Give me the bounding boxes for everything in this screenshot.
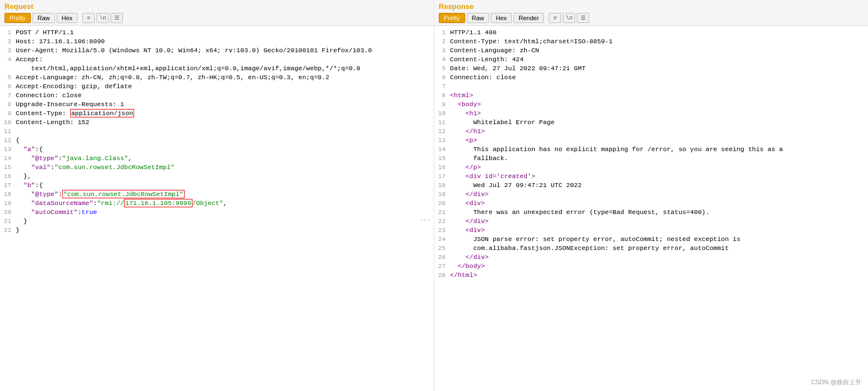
- drag-handle[interactable]: ⋮: [420, 215, 431, 224]
- table-row: 26 </div>: [434, 253, 868, 262]
- request-tab-pretty[interactable]: Pretty: [4, 13, 31, 23]
- table-row: 11: [0, 127, 434, 136]
- request-title: Request: [4, 2, 429, 11]
- table-row: 2 Content-Type: text/html;charset=ISO-88…: [434, 37, 868, 46]
- response-tab-pretty[interactable]: Pretty: [439, 13, 465, 23]
- table-row: 18 Wed Jul 27 09:47:21 UTC 2022: [434, 181, 868, 190]
- main-content: Request Pretty Raw Hex ≡ \n ☰ 1 POST / H…: [0, 0, 868, 391]
- table-row: 17 "b":{: [0, 181, 434, 190]
- table-row: 7: [434, 82, 868, 91]
- table-row: 5 Accept-Language: zh-CN, zh;q=0.8, zh-T…: [0, 73, 434, 82]
- request-tab-raw[interactable]: Raw: [33, 13, 55, 23]
- request-wrap-icon[interactable]: ≡: [82, 13, 95, 23]
- response-header: Response Pretty Raw Hex Render ≡ \n ☰: [434, 0, 868, 26]
- table-row: 3 Content-Language: zh-CN: [434, 46, 868, 55]
- table-row: 6 Connection: close: [434, 73, 868, 82]
- response-tab-render[interactable]: Render: [513, 13, 544, 23]
- response-tab-raw[interactable]: Raw: [467, 13, 489, 23]
- request-code-area: 1 POST / HTTP/1.1 2 Host: 171.16.1.106:8…: [0, 26, 434, 391]
- table-row: 16 },: [0, 172, 434, 181]
- table-row: 1 HTTP/1.1 400: [434, 28, 868, 37]
- table-row: 11 Whitelabel Error Page: [434, 118, 868, 127]
- table-row: 15 "val":"com.sun.rowset.JdbcRowSetImpl": [0, 163, 434, 172]
- table-row: 12 </h1>: [434, 127, 868, 136]
- table-row: 21 There was an unexpected error (type=B…: [434, 208, 868, 217]
- table-row: 12 {: [0, 136, 434, 145]
- request-tab-hex[interactable]: Hex: [57, 13, 78, 23]
- table-row: 22 }: [0, 226, 434, 235]
- response-newline-icon[interactable]: \n: [563, 13, 575, 23]
- response-toolbar: Pretty Raw Hex Render ≡ \n ☰: [439, 13, 864, 23]
- datasource-highlight: 171.16.1.105:9999: [124, 199, 192, 207]
- response-wrap-icon[interactable]: ≡: [549, 13, 561, 23]
- table-row: 19 "dataSourceName":"rmi://171.16.1.105:…: [0, 199, 434, 208]
- watermark: CSDN @曲折上升: [811, 378, 861, 387]
- table-row: 14 "@type":"java.lang.Class",: [0, 154, 434, 163]
- table-row: 20 <div>: [434, 199, 868, 208]
- table-row: 5 Date: Wed, 27 Jul 2022 09:47:21 GMT: [434, 64, 868, 73]
- table-row: 23 <div>: [434, 226, 868, 235]
- at-type-highlight: "com.sun.rowset.JdbcRowSetImpl": [62, 190, 185, 198]
- table-row: 10 <h1>: [434, 109, 868, 118]
- table-row: 7 Connection: close: [0, 91, 434, 100]
- request-toolbar: Pretty Raw Hex ≡ \n ☰: [4, 13, 429, 23]
- request-panel: Request Pretty Raw Hex ≡ \n ☰ 1 POST / H…: [0, 0, 434, 391]
- table-row: 9 <body>: [434, 100, 868, 109]
- table-row: 25 com.alibaba.fastjson.JSONException: s…: [434, 244, 868, 253]
- table-row: 3 User-Agent: Mozilla/5.0 (Windows NT 10…: [0, 46, 434, 55]
- response-code-area: 1 HTTP/1.1 400 2 Content-Type: text/html…: [434, 26, 868, 391]
- request-menu-icon[interactable]: ☰: [111, 13, 123, 23]
- table-row: 4 Content-Length: 424: [434, 55, 868, 64]
- table-row: 8 <html>: [434, 91, 868, 100]
- table-row: 13 "a":{: [0, 145, 434, 154]
- table-row: 21 }: [0, 217, 434, 226]
- table-row: 16 </p>: [434, 163, 868, 172]
- table-row: 4 Accept:: [0, 55, 434, 64]
- table-row: 15 fallback.: [434, 154, 868, 163]
- response-menu-icon[interactable]: ☰: [577, 13, 589, 23]
- table-row: 2 Host: 171.16.1.106:8090: [0, 37, 434, 46]
- response-tab-hex[interactable]: Hex: [491, 13, 512, 23]
- table-row: 27 </body>: [434, 262, 868, 271]
- table-row: 18 "@type":"com.sun.rowset.JdbcRowSetImp…: [0, 190, 434, 199]
- table-row: text/html,application/xhtml+xml,applicat…: [0, 64, 434, 73]
- table-row: 19 </div>: [434, 190, 868, 199]
- table-row: 17 <div id='created'>: [434, 172, 868, 181]
- table-row: 1 POST / HTTP/1.1: [0, 28, 434, 37]
- table-row: 13 <p>: [434, 136, 868, 145]
- table-row: 14 This application has no explicit mapp…: [434, 145, 868, 154]
- request-newline-icon[interactable]: \n: [97, 13, 109, 23]
- response-title: Response: [439, 2, 864, 11]
- content-type-highlight: application/json: [70, 109, 134, 117]
- table-row: 10 Content-Length: 152: [0, 118, 434, 127]
- table-row: 28 </html>: [434, 271, 868, 280]
- request-header: Request Pretty Raw Hex ≡ \n ☰: [0, 0, 434, 26]
- table-row: 9 Content-Type: application/json: [0, 109, 434, 118]
- table-row: 24 JSON parse error: set property error,…: [434, 235, 868, 244]
- table-row: 20 "autoCommit":true: [0, 208, 434, 217]
- table-row: 22 </div>: [434, 217, 868, 226]
- response-panel: Response Pretty Raw Hex Render ≡ \n ☰ 1 …: [434, 0, 868, 391]
- table-row: 8 Upgrade-Insecure-Requests: 1: [0, 100, 434, 109]
- table-row: 6 Accept-Encoding: gzip, deflate: [0, 82, 434, 91]
